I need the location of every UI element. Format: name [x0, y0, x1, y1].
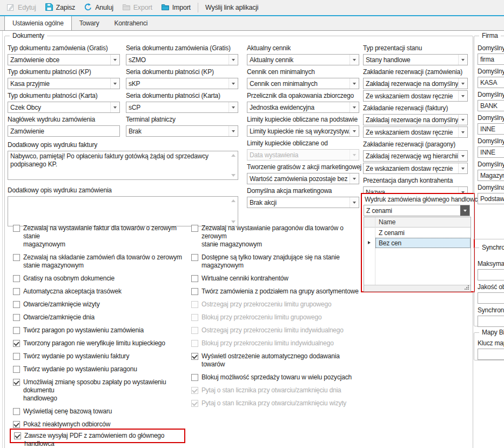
send-app-link-button[interactable]: Wyślij link aplikacji — [201, 2, 263, 13]
chevron-down-icon[interactable] — [229, 126, 238, 136]
cennik-cen-minimalnych-select[interactable]: Cennik cen minimalnych — [247, 78, 359, 89]
checkbox-row[interactable]: Tworzony paragon nie weryfikuje limitu k… — [13, 339, 185, 347]
checkbox-row[interactable]: Wyświetl ostrzeżenie automatycznego doda… — [191, 352, 363, 369]
chevron-down-icon[interactable] — [350, 173, 359, 184]
dropdown-option-row[interactable]: Z cenami — [364, 228, 471, 238]
chevron-down-icon[interactable] — [110, 102, 119, 112]
text-input[interactable]: INNE — [478, 123, 504, 135]
zawsze-wysylaj-pdf-checkbox-row[interactable]: Zawsze wysyłaj PDF z zamówieniem do głów… — [14, 432, 181, 448]
text-input[interactable] — [478, 349, 504, 360]
cancel-button[interactable]: Anuluj — [79, 1, 118, 15]
dropdown-option-label[interactable]: Bez cen — [375, 238, 471, 248]
checkbox-row[interactable]: Pokaż nieaktywnych odbiorców — [13, 420, 185, 429]
scroll-down-icon[interactable] — [231, 174, 236, 177]
chevron-down-icon[interactable] — [458, 127, 467, 137]
checkbox[interactable] — [13, 379, 20, 386]
terminal-platniczy-select[interactable]: Brak — [126, 125, 238, 137]
checkbox-row[interactable]: Dostępne są tylko towary znajdujące się … — [191, 253, 363, 270]
tab-ustawienia-ogolne[interactable]: Ustawienia ogólne — [4, 16, 72, 31]
checkbox[interactable] — [13, 301, 20, 308]
tworzenie-gratisow-select[interactable]: Wartość zamówienia pozostaje bez ... — [247, 173, 359, 184]
chevron-down-icon[interactable] — [458, 55, 467, 65]
rezerwacje-faktury-select-1[interactable]: Zakładaj rezerwacje na domyślnym ... — [363, 114, 468, 125]
chevron-down-icon[interactable] — [229, 78, 238, 89]
checkbox-row[interactable]: Zezwalaj na składanie zamówień dla towar… — [13, 253, 185, 270]
text-input[interactable]: Magazyn — [478, 170, 504, 181]
opis-faktury-textarea[interactable]: Nabywco, pamiętaj! Po opłaceniu faktury … — [8, 151, 238, 180]
resize-grip-icon[interactable] — [465, 285, 469, 290]
scroll-up-icon[interactable] — [231, 199, 236, 202]
rezerwacje-paragony-select-2[interactable]: Ze wskazaniem dostaw ręcznie — [363, 163, 468, 174]
checkbox[interactable] — [191, 275, 198, 282]
checkbox[interactable] — [191, 254, 198, 261]
checkbox[interactable] — [13, 327, 20, 334]
seria-dok-platnosci-karta-select[interactable]: sCP — [126, 102, 238, 113]
checkbox[interactable] — [13, 340, 20, 347]
checkbox-row[interactable]: Umożliwiaj zmianę sposobu zapłaty po wys… — [13, 378, 185, 403]
export-button[interactable]: Export — [118, 1, 157, 15]
rezerwacje-zamowienia-select-2[interactable]: Ze wskazaniem dostaw ręcznie — [363, 90, 468, 102]
checkbox[interactable] — [191, 374, 198, 381]
checkbox[interactable] — [191, 327, 198, 334]
seria-dok-platnosci-kp-select[interactable]: sKP — [126, 78, 238, 89]
checkbox-row[interactable]: Blokuj przy przekroczeniu limitu grupowe… — [191, 313, 363, 322]
typ-dok-platnosci-karta-select[interactable]: Czek Obcy — [8, 102, 120, 113]
checkbox-row[interactable]: Pytaj o stan licznika przy otwarciu/zamk… — [191, 386, 363, 394]
checkbox[interactable] — [13, 314, 20, 321]
chevron-down-icon[interactable] — [110, 55, 119, 65]
przelicznik-opakowania-select[interactable]: Jednostka ewidencyjna — [247, 102, 359, 113]
checkbox-row[interactable]: Zezwalaj na wystawianie paragonów dla to… — [191, 224, 363, 249]
checkbox-row[interactable]: Pytaj o stan licznika przy otwarciu/zamk… — [191, 399, 363, 407]
checkbox[interactable] — [13, 353, 20, 360]
save-button[interactable]: Zapisz — [41, 1, 80, 15]
chevron-down-icon[interactable] — [350, 55, 359, 65]
chevron-down-icon[interactable] — [458, 151, 467, 161]
checkbox[interactable] — [14, 432, 21, 439]
checkbox-row[interactable]: Twórz wydanie po wystawieniu paragonu — [13, 365, 185, 373]
text-input[interactable]: firma — [478, 54, 504, 65]
checkbox-row[interactable]: Gratisy na osobnym dokumencie — [13, 275, 185, 283]
opis-zamowienia-textarea[interactable] — [8, 196, 238, 226]
checkbox-row[interactable]: Wyświetlaj cenę bazową towaru — [13, 407, 185, 416]
wydruk-zamowienia-select[interactable]: Z cenami — [364, 205, 470, 216]
checkbox-row[interactable]: Automatyczna akceptacja trasówek — [13, 287, 185, 296]
text-input[interactable]: Podstawow — [478, 193, 504, 204]
checkbox-row[interactable]: Ostrzegaj przy przekroczeniu limitu grup… — [191, 300, 363, 309]
edit-button[interactable]: Edytuj — [2, 1, 41, 15]
checkbox[interactable] — [191, 301, 198, 308]
checkbox[interactable] — [13, 275, 20, 282]
checkbox-row[interactable]: Otwarcie/zamknięcie wizyty — [13, 300, 185, 309]
checkbox[interactable] — [191, 288, 198, 295]
checkbox-row[interactable]: Otwarcie/zamknięcie dnia — [13, 313, 185, 322]
checkbox-row[interactable]: Blokuj możliwość sprzedaży towaru w wiel… — [191, 373, 363, 382]
text-input[interactable]: KASA — [478, 77, 504, 88]
typ-dok-zamowienia-gratis-select[interactable]: Zamówienie obce — [8, 54, 120, 65]
chevron-down-icon[interactable] — [350, 102, 359, 112]
chevron-down-icon[interactable] — [110, 78, 119, 89]
tab-kontrahenci[interactable]: Kontrahenci — [106, 16, 155, 30]
import-button[interactable]: Import — [157, 1, 195, 15]
rezerwacje-zamowienia-select-1[interactable]: Zakładaj rezerwacje na domyślnym ... — [363, 78, 468, 89]
tab-towary[interactable]: Towary — [72, 16, 107, 30]
text-input[interactable] — [478, 316, 504, 327]
text-input[interactable]: BANK — [478, 100, 504, 111]
typ-dok-platnosci-kp-select[interactable]: Kasa przyjmie — [8, 78, 120, 89]
checkbox-row[interactable]: Blokuj przy przekroczeniu limitu indywid… — [191, 339, 363, 347]
checkbox[interactable] — [191, 387, 198, 394]
checkbox-row[interactable]: Twórz wydanie po wystawieniu faktury — [13, 352, 185, 360]
chevron-down-icon[interactable] — [350, 78, 359, 89]
checkbox[interactable] — [191, 340, 198, 347]
checkbox[interactable] — [191, 400, 198, 407]
text-input[interactable] — [478, 269, 504, 280]
naglowek-wydruku-input[interactable]: Zamówienie — [8, 125, 120, 137]
scroll-down-icon[interactable] — [231, 220, 236, 223]
checkbox[interactable] — [13, 408, 20, 415]
chevron-down-icon[interactable] — [458, 163, 467, 173]
checkbox[interactable] — [13, 288, 20, 295]
checkbox[interactable] — [13, 366, 20, 373]
typ-prezentacji-stanu-select[interactable]: Stany handlowe — [363, 54, 468, 65]
checkbox[interactable] — [191, 314, 198, 321]
text-input[interactable]: INNE — [478, 146, 504, 158]
checkbox-row[interactable]: Zezwalaj na wystawianie faktur dla towar… — [13, 224, 185, 249]
chevron-down-icon[interactable] — [229, 102, 238, 112]
